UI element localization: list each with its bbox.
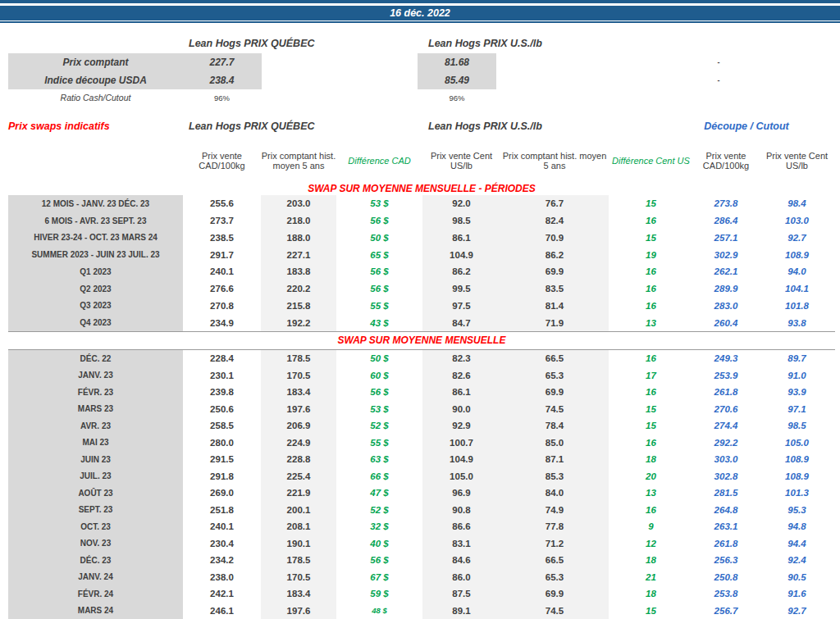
value-cell: 98.5 [422, 212, 500, 230]
row-label-cell: Q3 2023 [8, 298, 183, 315]
value-cell: 97.1 [759, 401, 835, 418]
value-cell: 66.5 [500, 552, 609, 569]
table-row: Q4 2023234.9192.243 $84.771.913260.493.8 [8, 314, 835, 331]
row-label-cell: MARS 23 [8, 401, 183, 418]
value-cell: 291.8 [183, 468, 261, 485]
value-cell: 249.3 [693, 350, 759, 367]
value-cell: 86.2 [500, 246, 609, 263]
value-cell: 303.0 [693, 451, 759, 468]
row-label-cell: 12 MOIS - JANV. 23 DÉC. 23 [8, 195, 183, 212]
value-cell: 256.7 [693, 603, 759, 619]
column-header-difference-us: Différence Cent US [609, 139, 693, 182]
value-cell: 188.0 [261, 230, 336, 247]
header-underline [0, 21, 840, 23]
table-row: AOÛT 23269.0221.947 $96.984.013281.5101.… [8, 485, 835, 502]
table-row: JUIN 23291.5228.863 $104.987.118303.0108… [8, 451, 835, 468]
value-cell: 60 $ [336, 367, 422, 385]
value-cell: 84.7 [422, 314, 500, 331]
value-cell: 302.8 [693, 468, 759, 485]
value-cell: 13 [609, 314, 693, 331]
row-label-cell: JANV. 24 [8, 569, 183, 586]
value-cell: 292.2 [693, 435, 759, 452]
value-cell: 257.1 [693, 230, 759, 247]
table-row: JUIL. 23291.8225.466 $105.085.320302.810… [8, 468, 835, 485]
value-cell: 53 $ [336, 401, 422, 418]
value-cell: 94.0 [759, 263, 835, 280]
value-cell: 170.5 [261, 569, 336, 586]
value-cell: 56 $ [336, 384, 422, 401]
value-cell: 85.0 [500, 435, 609, 452]
value-cell: 52 $ [336, 502, 422, 519]
table-row: 12 MOIS - JANV. 23 DÉC. 23255.6203.053 $… [8, 195, 835, 212]
column-header-difference-cad: Différence CAD [336, 139, 422, 182]
value-cell: 200.1 [261, 502, 336, 519]
value-cell: 286.4 [693, 212, 759, 230]
value-cell: 56 $ [336, 263, 422, 280]
value-cell: 273.8 [693, 195, 759, 212]
column-header-comptant-hist-cad: Prix comptant hist. moyen 5 ans [261, 139, 336, 182]
value-cell: 18 [609, 585, 693, 603]
spot-us-group-header: Lean Hogs PRIX U.S./lb [428, 38, 542, 49]
column-header-cutout-cad: Prix vente CAD/100kg [693, 139, 759, 182]
value-cell: 225.4 [261, 468, 336, 485]
value-cell: 86.0 [422, 569, 500, 586]
swaps-title: Prix swaps indicatifs [8, 121, 110, 132]
value-cell: 56 $ [336, 280, 422, 298]
value-cell: 263.1 [693, 518, 759, 535]
value-cell: 96.9 [422, 485, 500, 502]
spot-row-label: Prix comptant [8, 53, 183, 71]
value-cell: 86.1 [422, 230, 500, 247]
table-row: FÉVR. 23239.8183.456 $86.169.916261.893.… [8, 384, 835, 401]
column-header-cutout-us: Prix vente Cent US/lb [759, 139, 835, 182]
row-label-cell: Q1 2023 [8, 263, 183, 280]
value-cell: 56 $ [336, 212, 422, 230]
value-cell: 220.2 [261, 280, 336, 298]
value-cell: 264.8 [693, 502, 759, 519]
cutout-group-header: Découpe / Cutout [681, 121, 812, 132]
spot-quebec-group-header: Lean Hogs PRIX QUÉBEC [189, 38, 315, 49]
value-cell: 183.4 [261, 585, 336, 603]
row-label-cell: DÉC. 22 [8, 350, 183, 367]
value-cell: 32 $ [336, 518, 422, 535]
value-cell: 15 [609, 603, 693, 619]
value-cell: 16 [609, 298, 693, 315]
column-header-comptant-hist-us: Prix comptant hist. moyen 5 ans [500, 139, 609, 182]
value-cell: 280.0 [183, 435, 261, 452]
row-label-cell: FÉVR. 23 [8, 384, 183, 401]
row-label-cell: MAI 23 [8, 435, 183, 452]
value-cell: 234.9 [183, 314, 261, 331]
value-cell: 19 [609, 246, 693, 263]
value-cell: 253.9 [693, 367, 759, 385]
row-label-cell: SEPT. 23 [8, 502, 183, 519]
spot-qc-value: 96% [183, 90, 261, 105]
value-cell: 55 $ [336, 298, 422, 315]
swaps-us-group-header: Lean Hogs PRIX U.S./lb [428, 121, 542, 132]
table-row: DÉC. 22228.4178.550 $82.366.516249.389.7 [8, 350, 835, 367]
table-row: MARS 23250.6197.653 $90.074.515270.697.1 [8, 401, 835, 418]
value-cell: 74.9 [500, 502, 609, 519]
value-cell: 276.6 [183, 280, 261, 298]
value-cell: 84.6 [422, 552, 500, 569]
value-cell: 192.2 [261, 314, 336, 331]
value-cell: 227.1 [261, 246, 336, 263]
value-cell: 240.1 [183, 263, 261, 280]
value-cell: 273.7 [183, 212, 261, 230]
value-cell: 98.4 [759, 195, 835, 212]
report-page: 16 déc. 2022 Lean Hogs PRIX QUÉBEC Lean … [0, 0, 840, 619]
value-cell: 104.9 [422, 451, 500, 468]
value-cell: 70.9 [500, 230, 609, 247]
row-label-cell: JANV. 23 [8, 367, 183, 385]
value-cell: 89.1 [422, 603, 500, 619]
row-label-cell: NOV. 23 [8, 535, 183, 553]
value-cell: 103.0 [759, 212, 835, 230]
value-cell: 12 [609, 535, 693, 553]
spot-row-label: Indice découpe USDA [8, 71, 183, 89]
value-cell: 260.4 [693, 314, 759, 331]
value-cell: 65.3 [500, 569, 609, 586]
value-cell: 90.0 [422, 401, 500, 418]
row-label-cell: 6 MOIS - AVR. 23 SEPT. 23 [8, 212, 183, 230]
table-row: MARS 24246.1197.648 $89.174.515256.792.7 [8, 603, 835, 619]
value-cell: 197.6 [261, 603, 336, 619]
value-cell: 105.0 [422, 468, 500, 485]
value-cell: 228.8 [261, 451, 336, 468]
